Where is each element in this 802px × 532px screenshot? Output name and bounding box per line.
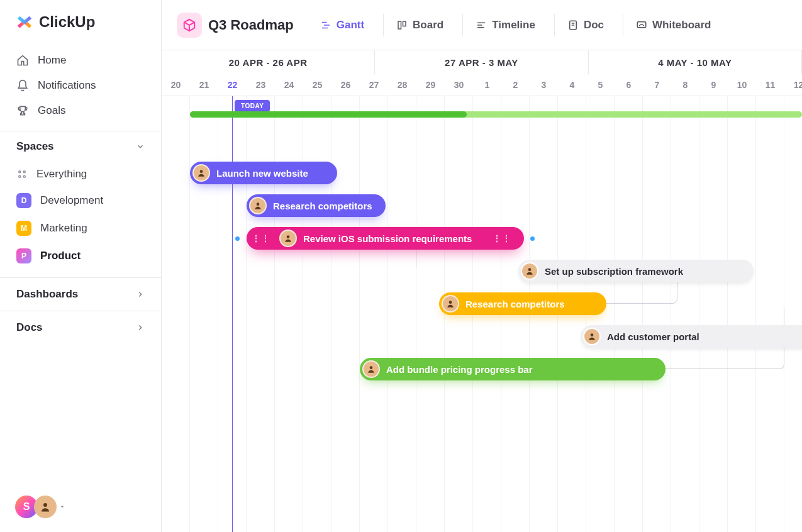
assignee-avatar[interactable] [279, 230, 297, 247]
space-badge: M [16, 221, 31, 236]
svg-point-22 [591, 333, 594, 336]
trophy-icon [16, 104, 29, 117]
day-cell[interactable]: 5 [586, 74, 615, 96]
day-cell[interactable]: 4 [558, 74, 586, 96]
gantt-canvas[interactable]: TODAY Launch new websiteResearch competi… [162, 96, 802, 532]
day-cell[interactable]: 3 [530, 74, 558, 96]
space-label: Development [40, 194, 103, 207]
nav-home[interactable]: Home [8, 48, 153, 73]
day-cell[interactable]: 11 [756, 74, 784, 96]
space-badge: D [16, 193, 31, 208]
spaces-header[interactable]: Spaces [0, 131, 161, 159]
day-cell[interactable]: 2 [501, 74, 530, 96]
task-label: Review iOS submission requirements [303, 233, 472, 244]
day-cell[interactable]: 10 [728, 74, 756, 96]
docs-link[interactable]: Docs [0, 311, 161, 344]
clickup-logo-icon [15, 13, 34, 31]
view-tab-board[interactable]: Board [383, 14, 452, 36]
nav-goals[interactable]: Goals [8, 98, 153, 123]
assignee-avatar[interactable] [249, 197, 267, 214]
day-cell[interactable]: 28 [388, 74, 416, 96]
assignee-avatar[interactable] [583, 328, 601, 345]
task-bar[interactable]: Research competitors [247, 194, 386, 217]
day-cell[interactable]: 21 [190, 74, 218, 96]
user-menu[interactable]: S [15, 496, 65, 518]
task-bar[interactable]: Add customer portal [581, 325, 802, 348]
svg-point-18 [257, 202, 260, 206]
day-cell[interactable]: 6 [615, 74, 643, 96]
day-cell[interactable]: 24 [275, 74, 303, 96]
dependency-dot[interactable] [235, 236, 240, 241]
svg-point-17 [200, 170, 203, 173]
day-cell[interactable]: 1 [473, 74, 501, 96]
day-cell[interactable]: 7 [643, 74, 671, 96]
spaces-list: Everything D Development M Marketing P P… [0, 159, 161, 272]
task-bar[interactable]: Set up subscription framework [518, 260, 754, 282]
task-bar[interactable]: Add bundle pricing progress bar [360, 358, 666, 380]
nav-label: Goals [38, 104, 65, 117]
day-cell[interactable]: 8 [671, 74, 699, 96]
assignee-avatar[interactable] [521, 262, 538, 280]
caret-down-icon [59, 504, 65, 510]
day-cell[interactable]: 9 [699, 74, 728, 96]
svg-point-21 [449, 301, 452, 304]
view-label: Gantt [337, 19, 364, 31]
svg-point-4 [43, 503, 47, 507]
view-label: Doc [584, 19, 604, 31]
space-product[interactable]: P Product [9, 242, 152, 270]
day-cell[interactable]: 26 [331, 74, 360, 96]
day-cell[interactable]: 12 [784, 74, 802, 96]
day-cell[interactable]: 27 [360, 74, 388, 96]
task-bar[interactable]: Launch new website [190, 162, 337, 184]
space-development[interactable]: D Development [9, 187, 152, 214]
nav-notifications[interactable]: Notifications [8, 73, 153, 98]
brand-logo[interactable]: ClickUp [0, 13, 161, 44]
dependency-dot[interactable] [530, 236, 535, 241]
task-label: Launch new website [216, 168, 308, 179]
chevron-right-icon [136, 323, 145, 332]
topbar: Q3 Roadmap Gantt Board Timeline Doc Whit… [162, 0, 802, 50]
assignee-avatar[interactable] [442, 295, 459, 313]
view-label: Whiteboard [652, 19, 711, 31]
primary-nav: Home Notifications Goals [0, 44, 161, 127]
day-cell[interactable]: 30 [445, 74, 473, 96]
task-bar[interactable]: Research competitors [439, 292, 606, 315]
task-bar[interactable]: ⋮⋮Review iOS submission requirements⋮⋮ [247, 227, 524, 250]
day-cell[interactable]: 22 [218, 74, 247, 96]
day-cell[interactable]: 25 [303, 74, 331, 96]
day-cell[interactable]: 20 [162, 74, 190, 96]
view-tab-whiteboard[interactable]: Whiteboard [623, 14, 720, 36]
dashboards-link[interactable]: Dashboards [0, 277, 161, 311]
drag-handle-icon[interactable]: ⋮⋮ [252, 233, 270, 243]
timeline-header: 20 APR - 26 APR27 APR - 3 MAY4 MAY - 10 … [162, 50, 802, 96]
space-label: Marketing [40, 222, 87, 235]
drag-handle-icon[interactable]: ⋮⋮ [493, 233, 511, 243]
assignee-avatar[interactable] [192, 164, 210, 182]
day-cell[interactable]: 29 [416, 74, 445, 96]
view-tab-gantt[interactable]: Gantt [314, 14, 373, 36]
today-pill: TODAY [235, 100, 270, 112]
user-avatar-photo [34, 496, 57, 518]
sidebar: ClickUp Home Notifications Goals Spaces [0, 0, 162, 532]
bottom-label: Docs [16, 321, 43, 334]
bell-icon [16, 79, 29, 92]
week-cell: 27 APR - 3 MAY [375, 50, 588, 74]
box-icon [182, 18, 196, 32]
progress-bar [190, 111, 802, 118]
board-icon [396, 19, 408, 31]
everything-label: Everything [36, 168, 87, 180]
sidebar-bottom: Dashboards Docs [0, 277, 161, 344]
everything-link[interactable]: Everything [9, 162, 152, 187]
page-title: Q3 Roadmap [208, 17, 294, 33]
view-tab-timeline[interactable]: Timeline [462, 14, 544, 36]
task-label: Research competitors [465, 299, 565, 309]
svg-point-2 [19, 175, 21, 177]
day-cell[interactable]: 23 [247, 74, 275, 96]
folder-chip[interactable] [177, 13, 202, 38]
timeline-icon [476, 19, 487, 31]
grid-icon [16, 169, 28, 180]
assignee-avatar[interactable] [362, 360, 380, 378]
space-marketing[interactable]: M Marketing [9, 214, 152, 242]
view-tab-doc[interactable]: Doc [554, 14, 613, 36]
task-label: Set up subscription framework [545, 266, 683, 277]
